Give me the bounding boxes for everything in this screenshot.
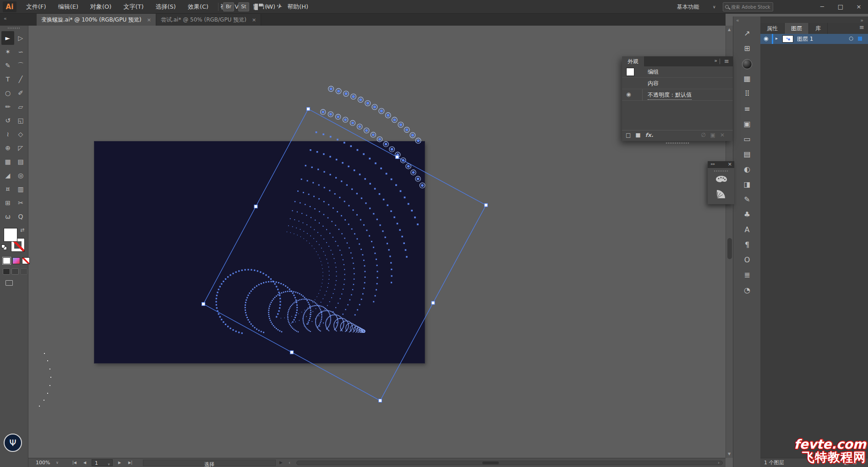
panel-tab-图层[interactable]: 图层	[785, 23, 809, 34]
next-artboard-icon[interactable]: ▶	[118, 458, 121, 467]
free-transform-tool[interactable]: ◇	[14, 127, 27, 141]
paragraph-styles-icon[interactable]: ≣	[733, 267, 761, 282]
default-fill-stroke-icon[interactable]	[1, 244, 7, 250]
mesh-tool[interactable]: ▦	[1, 155, 14, 168]
toolbar-collapse-icon[interactable]: «	[4, 16, 7, 22]
last-artboard-icon[interactable]: ▶|	[128, 458, 132, 467]
tab-close-icon[interactable]: ×	[147, 17, 151, 23]
fx-button[interactable]: fx.	[645, 132, 654, 138]
duplicate-item-icon[interactable]: ▣	[710, 132, 715, 138]
panel-tab-库[interactable]: 库	[809, 23, 828, 34]
horizontal-scroll-thumb[interactable]	[482, 462, 499, 464]
ellipse-tool[interactable]: ○	[1, 86, 14, 100]
mini-panel-grip[interactable]	[714, 170, 728, 172]
color-guide-palette-icon[interactable]	[715, 175, 728, 185]
opentype-icon[interactable]: O	[733, 252, 761, 267]
width-tool[interactable]: ≀	[1, 127, 14, 141]
menu-select[interactable]: 选择(S)	[149, 0, 181, 14]
layer-target-icon[interactable]: ○	[849, 35, 853, 41]
stock-search-box[interactable]	[723, 2, 773, 11]
chevron-down-icon[interactable]: ∨	[266, 4, 269, 9]
layer-row[interactable]: ◉ ▸ 图层 1 ○	[760, 34, 868, 44]
artboard-tool[interactable]: ⊞	[1, 196, 14, 210]
first-artboard-icon[interactable]: |◀	[72, 458, 76, 467]
close-button[interactable]: ×	[850, 0, 868, 13]
perspective-grid-tool[interactable]: ◸	[14, 141, 27, 155]
eraser-tool[interactable]: ▱	[14, 100, 27, 114]
toolbar-grip[interactable]	[8, 27, 21, 29]
vertical-scroll-thumb[interactable]	[727, 238, 732, 259]
document-arrange-icon[interactable]	[255, 4, 263, 10]
draw-normal-button[interactable]	[3, 268, 10, 275]
appearance-expand-icon[interactable]: »	[714, 58, 717, 64]
document-tab-1[interactable]: 变换螺旋.ai* @ 100% (RGB/GPU 预览)×	[37, 14, 156, 26]
curvature-tool[interactable]: ⌒	[14, 59, 27, 72]
shape-builder-tool[interactable]: ⊕	[1, 141, 14, 155]
zoom-dropdown-icon[interactable]: ∨	[56, 458, 59, 467]
artboards-icon[interactable]: ⊞	[733, 41, 761, 56]
delete-item-icon[interactable]: ✕	[720, 132, 725, 138]
brushes-icon[interactable]: ✎	[733, 192, 761, 207]
scroll-up-icon[interactable]: ▲	[728, 27, 731, 32]
workspace-switcher[interactable]: 基本功能	[677, 0, 699, 14]
pattern-icon[interactable]: ⠿	[733, 86, 761, 101]
appearance-menu-icon[interactable]: ≡	[724, 58, 729, 65]
layer-selection-chip[interactable]	[858, 37, 862, 41]
appearance-tab[interactable]: 外观	[622, 56, 644, 66]
hand-tool[interactable]: ω	[1, 210, 14, 223]
menu-type[interactable]: 文字(T)	[117, 0, 149, 14]
previous-artboard-icon[interactable]: ◀	[83, 458, 86, 467]
layer-visibility-icon[interactable]: ◉	[764, 35, 768, 42]
pencil-tool[interactable]: ✏	[1, 100, 14, 114]
export-icon[interactable]: ↗	[733, 26, 761, 41]
swatch-fan-icon[interactable]	[715, 188, 727, 200]
draw-inside-button[interactable]	[20, 268, 27, 275]
menu-edit[interactable]: 编辑(E)	[52, 0, 84, 14]
draw-behind-button[interactable]	[11, 268, 19, 275]
status-expand-icon[interactable]: ›	[718, 458, 720, 467]
appearance-row-1[interactable]: 编组	[622, 66, 733, 78]
glyphs-icon[interactable]: A	[733, 222, 761, 237]
selection-tool[interactable]: ►	[1, 31, 14, 45]
paragraph-icon[interactable]: ¶	[733, 237, 761, 252]
status-flyout-icon[interactable]: ▶	[279, 458, 283, 467]
menu-object[interactable]: 对象(O)	[84, 0, 117, 14]
appearance-resize-grip[interactable]	[666, 142, 689, 144]
gradient-button[interactable]	[12, 257, 20, 264]
align-icon[interactable]: ≡	[733, 101, 761, 116]
bridge-button[interactable]: Br	[223, 2, 234, 11]
add-stroke-icon[interactable]: □	[626, 132, 631, 138]
artboard-number-field[interactable]: 1 ∨	[92, 459, 113, 466]
color-button[interactable]	[3, 257, 11, 264]
color-icon[interactable]	[733, 56, 761, 71]
panel-tab-属性[interactable]: 属性	[760, 23, 785, 34]
type-tool[interactable]: T	[1, 72, 14, 86]
swap-fill-stroke-icon[interactable]: ⇄	[20, 227, 24, 233]
graphic-styles-icon[interactable]: ◨	[733, 177, 761, 192]
none-button[interactable]	[22, 257, 30, 264]
panel-menu-icon[interactable]: ≡	[859, 24, 864, 31]
horizontal-scrollbar[interactable]	[296, 461, 723, 465]
search-input[interactable]	[731, 3, 771, 11]
mini-panel-close-icon[interactable]: ×	[728, 161, 732, 167]
clear-appearance-icon[interactable]: ∅	[701, 132, 705, 138]
scale-tool[interactable]: ◱	[14, 114, 27, 127]
slice-tool[interactable]: ✂	[14, 196, 27, 210]
screen-mode-button[interactable]	[5, 280, 13, 286]
menu-effect[interactable]: 效果(C)	[182, 0, 214, 14]
layer-name[interactable]: 图层 1	[797, 35, 813, 43]
stroke-icon[interactable]: ▭	[733, 131, 761, 147]
pen-tool[interactable]: ✎	[1, 59, 14, 72]
fill-color-swatch[interactable]	[4, 228, 17, 242]
menu-file[interactable]: 文件(F)	[20, 0, 52, 14]
artboard[interactable]	[94, 141, 425, 363]
gradient-tool[interactable]: ▤	[14, 155, 27, 168]
appearance-row-label[interactable]: 编组	[648, 68, 659, 76]
workspace-chevron-icon[interactable]: ∨	[713, 5, 716, 9]
column-graph-tool[interactable]: ▥	[14, 182, 27, 196]
document-tab-2[interactable]: 尝试.ai* @ 50% (RGB/GPU 预览)×	[156, 14, 261, 26]
minimize-button[interactable]: ─	[813, 0, 831, 13]
direct-selection-tool[interactable]: ▷	[14, 31, 27, 45]
lasso-tool[interactable]: ∽	[14, 45, 27, 59]
zoom-level[interactable]: 100%	[36, 458, 50, 467]
